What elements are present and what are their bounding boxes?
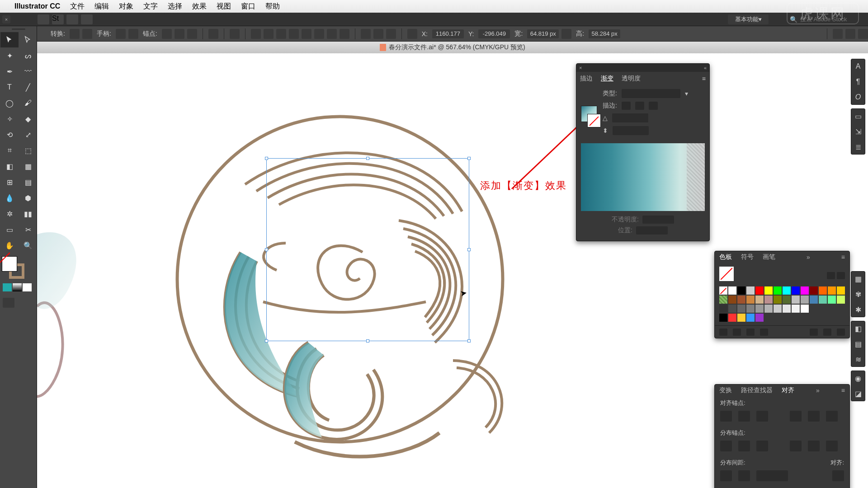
y-field[interactable]: -296.049: [478, 29, 510, 38]
swatch-cell[interactable]: [737, 296, 745, 304]
type-dropdown[interactable]: [622, 89, 680, 98]
swatch-cell[interactable]: [801, 286, 809, 295]
swatch-cell[interactable]: [746, 296, 755, 304]
swatch-cell[interactable]: [783, 286, 791, 295]
perspective-tool[interactable]: ▦: [19, 159, 37, 174]
color-mode-gradient[interactable]: [13, 283, 22, 291]
swatch-cell[interactable]: [755, 314, 764, 322]
line-tool[interactable]: ╱: [19, 80, 37, 95]
anchor-join-icon[interactable]: [187, 29, 197, 39]
align-top-icon[interactable]: [289, 29, 299, 39]
swatch-cell[interactable]: [774, 296, 782, 304]
selection-handle[interactable]: [467, 157, 471, 160]
delete-swatch-icon[interactable]: [837, 328, 845, 336]
swatch-cell[interactable]: [737, 314, 745, 322]
menu-object[interactable]: 对象: [119, 2, 133, 11]
tab-brushes[interactable]: 画笔: [763, 253, 775, 261]
dist-top-icon[interactable]: [720, 441, 732, 451]
toolbox-grip[interactable]: [0, 26, 37, 32]
align-right-icon[interactable]: [276, 29, 286, 39]
gradient-tool[interactable]: ▤: [19, 174, 37, 190]
fill-stroke-selector[interactable]: [2, 256, 24, 279]
shape-builder-tool[interactable]: ◧: [0, 159, 19, 174]
align-bottom-icon[interactable]: [314, 29, 324, 39]
more-icon[interactable]: [858, 29, 868, 39]
eyedropper-tool[interactable]: 💧: [0, 190, 19, 206]
gpu-button[interactable]: [81, 14, 93, 24]
menu-edit[interactable]: 编辑: [94, 2, 109, 11]
align-vcenter-icon[interactable]: [302, 29, 311, 39]
swatch-cell[interactable]: [728, 314, 736, 322]
collapse-icon[interactable]: »: [807, 253, 810, 261]
symbols-panel-icon[interactable]: ✱: [853, 304, 863, 315]
swatch-cell[interactable]: [764, 296, 773, 304]
dist-right-icon[interactable]: [386, 29, 396, 39]
swatch-cell[interactable]: [719, 296, 727, 304]
selection-handle[interactable]: [366, 157, 369, 160]
swatch-cell[interactable]: [746, 286, 755, 295]
color-panel-icon[interactable]: ◧: [853, 323, 863, 334]
w-field[interactable]: 64.819 px: [527, 29, 559, 38]
swatch-cell[interactable]: [746, 314, 755, 322]
swatch-cell[interactable]: [837, 286, 845, 295]
layers-panel-icon[interactable]: ≣: [853, 141, 863, 152]
panel-collapse-icon[interactable]: «: [704, 65, 707, 70]
tab-stroke[interactable]: 描边: [580, 75, 593, 83]
swatch-cell[interactable]: [728, 286, 736, 295]
width-tool[interactable]: ⌗: [0, 143, 19, 158]
swatch-cell[interactable]: [783, 305, 791, 313]
convert-smooth-icon[interactable]: [82, 29, 92, 39]
align-vcenter-icon[interactable]: [808, 411, 820, 422]
spacing-field[interactable]: [756, 470, 788, 481]
menu-view[interactable]: 视图: [217, 2, 231, 11]
dist-left-icon[interactable]: [361, 29, 371, 39]
dist-vcenter-icon[interactable]: [738, 441, 750, 451]
swatches-panel[interactable]: 色板 符号 画笔 » ≡: [714, 251, 850, 338]
align-pixel-icon[interactable]: [230, 29, 240, 39]
lasso-tool[interactable]: ᔕ: [19, 48, 37, 63]
swatch-cell[interactable]: [755, 296, 764, 304]
dist-hcenter-icon[interactable]: [808, 441, 820, 451]
guide-icon[interactable]: [845, 29, 855, 39]
swatch-cell[interactable]: [792, 296, 800, 304]
swatch-cell[interactable]: [719, 314, 727, 322]
brush-tool[interactable]: 🖌: [19, 95, 37, 111]
dist-center-icon[interactable]: [373, 29, 383, 39]
ref-point-icon[interactable]: [407, 29, 417, 39]
curvature-tool[interactable]: 〰: [19, 64, 37, 79]
swatch-cell[interactable]: [801, 305, 809, 313]
asset-export-panel-icon[interactable]: ⇲: [853, 126, 863, 137]
screen-mode-button[interactable]: [3, 298, 14, 308]
convert-anchor-icon[interactable]: [70, 29, 80, 39]
stroke-panel-icon[interactable]: ≋: [853, 354, 863, 365]
swatch-cell[interactable]: [810, 296, 818, 304]
free-transform-tool[interactable]: ⬚: [19, 143, 37, 158]
swatch-cell[interactable]: [810, 286, 818, 295]
panel-menu-icon[interactable]: ≡: [702, 75, 706, 82]
handle-btn-1[interactable]: [116, 29, 126, 39]
align-left-icon[interactable]: [720, 411, 732, 422]
swatch-cell[interactable]: [792, 305, 800, 313]
hand-tool[interactable]: ✋: [0, 238, 19, 253]
stock-button[interactable]: St: [52, 14, 64, 24]
swatch-cell[interactable]: [828, 296, 836, 304]
color-mode-color[interactable]: [3, 283, 12, 291]
align-left-icon[interactable]: [251, 29, 261, 39]
direct-selection-tool[interactable]: [19, 32, 37, 47]
new-folder-icon[interactable]: [810, 328, 818, 336]
shaper-tool[interactable]: ✧: [0, 111, 19, 127]
dist-bottom-icon[interactable]: [756, 441, 768, 451]
zoom-tool[interactable]: 🔍: [19, 238, 37, 253]
grid-view-icon[interactable]: [837, 272, 845, 279]
swatch-cell[interactable]: [737, 286, 745, 295]
dist-spacing-h-icon[interactable]: [738, 470, 750, 481]
symbol-sprayer-tool[interactable]: ✲: [0, 206, 19, 221]
menu-help[interactable]: 帮助: [265, 2, 280, 11]
swatch-cell[interactable]: [837, 296, 845, 304]
opentype-panel-icon[interactable]: O: [853, 92, 863, 103]
swatch-kind-icon[interactable]: [733, 328, 741, 336]
panel-menu-icon[interactable]: ≡: [841, 387, 845, 394]
rectangle-tool[interactable]: ◯: [0, 95, 19, 111]
swatch-cell[interactable]: [728, 305, 736, 313]
selection-handle[interactable]: [366, 339, 369, 343]
